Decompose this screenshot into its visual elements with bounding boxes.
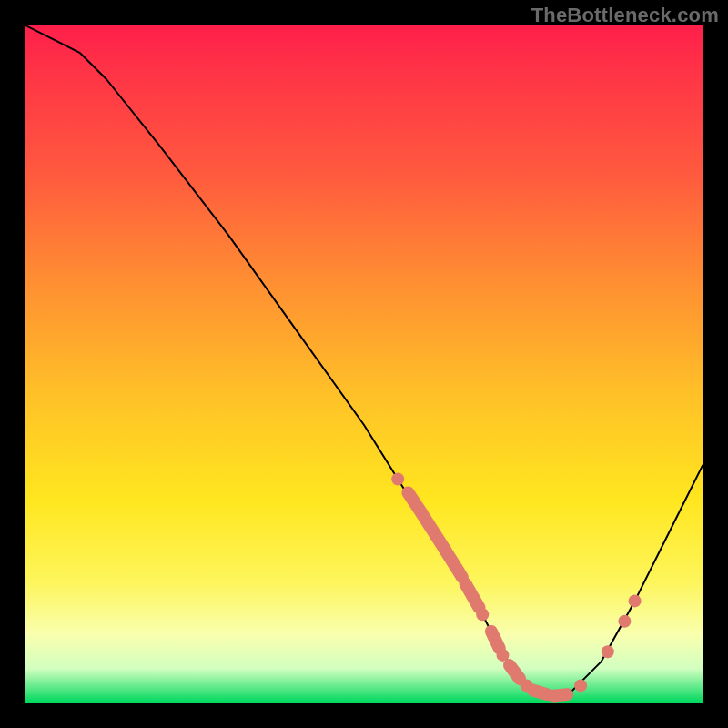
curve-marker-pill — [421, 513, 445, 551]
curve-marker-dot — [391, 473, 404, 486]
curve-path — [25, 25, 703, 696]
curve-marker-pill — [510, 665, 520, 679]
bottleneck-curve — [25, 25, 703, 703]
chart-container: TheBottleneck.com — [0, 0, 728, 728]
curve-markers — [391, 473, 641, 696]
curve-marker-dot — [476, 608, 489, 621]
curve-marker-dot — [574, 679, 587, 692]
curve-marker-dot — [602, 645, 614, 658]
plot-area — [25, 25, 703, 703]
curve-marker-dot — [618, 615, 631, 628]
curve-marker-pill — [553, 694, 567, 696]
curve-marker-pill — [491, 632, 500, 649]
curve-marker-pill — [445, 551, 462, 578]
curve-marker-dot — [629, 594, 642, 607]
curve-marker-pill — [533, 691, 547, 695]
curve-marker-pill — [466, 584, 480, 608]
watermark-text: TheBottleneck.com — [531, 4, 719, 27]
